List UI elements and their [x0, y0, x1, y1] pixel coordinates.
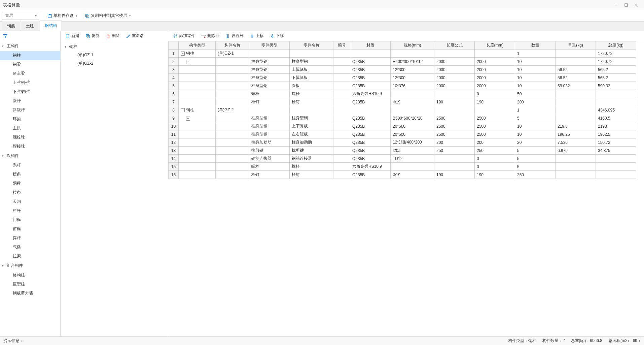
- cell[interactable]: 2500: [434, 130, 475, 138]
- cell[interactable]: [216, 138, 249, 147]
- table-row[interactable]: 3柱身型钢上翼缘板Q235B12*300200020001056.52565.2: [169, 66, 636, 74]
- cell[interactable]: 2500: [475, 130, 515, 138]
- cell[interactable]: [179, 163, 216, 171]
- table-row[interactable]: 15螺栓螺栓六角高强HS10.905: [169, 163, 636, 171]
- cell[interactable]: [596, 171, 636, 179]
- cell[interactable]: 20*500: [391, 130, 434, 138]
- tab-2[interactable]: 钢结构: [40, 21, 62, 31]
- cell[interactable]: [179, 138, 216, 147]
- cell[interactable]: [596, 163, 636, 171]
- cell[interactable]: [556, 171, 596, 179]
- cell[interactable]: 200: [434, 138, 475, 147]
- filter-icon[interactable]: [3, 34, 7, 38]
- table-row[interactable]: 9−柱身型钢柱身型钢Q235BB500*600*20*2025002500541…: [169, 114, 636, 122]
- cell[interactable]: Q235B: [350, 155, 391, 163]
- cell[interactable]: Q235B: [350, 114, 391, 122]
- cell[interactable]: [350, 106, 391, 114]
- table-row[interactable]: 11柱身型钢左右腹板Q235B20*5002500250010196.25196…: [169, 130, 636, 138]
- cell[interactable]: 柱身型钢: [249, 122, 290, 130]
- cell[interactable]: [556, 50, 596, 58]
- cell[interactable]: TD12: [391, 155, 434, 163]
- cell[interactable]: [475, 50, 515, 58]
- cell[interactable]: 2500: [475, 122, 515, 130]
- sidebar-item[interactable]: 上弦/外弦: [0, 78, 60, 87]
- set-columns-button[interactable]: 设置列: [223, 32, 246, 40]
- cell[interactable]: [333, 66, 350, 74]
- col-header[interactable]: 编号: [333, 41, 350, 50]
- cell[interactable]: [333, 82, 350, 90]
- cell[interactable]: [290, 106, 333, 114]
- minimize-button[interactable]: [611, 2, 621, 8]
- tree-child[interactable]: (单)GZ-1: [61, 51, 168, 59]
- cell[interactable]: [179, 147, 216, 155]
- cell[interactable]: [333, 147, 350, 155]
- cell[interactable]: 2000: [475, 82, 515, 90]
- close-button[interactable]: [631, 2, 641, 8]
- cell[interactable]: −: [179, 58, 216, 66]
- maximize-button[interactable]: [621, 2, 631, 8]
- col-header[interactable]: 零件类型: [249, 41, 290, 50]
- cell[interactable]: [290, 50, 333, 58]
- delete-row-button[interactable]: 删除行: [199, 32, 222, 40]
- cell[interactable]: 56.52: [556, 66, 596, 74]
- cell[interactable]: H400*300*10*12: [391, 58, 434, 66]
- sidebar-item[interactable]: 钢梁: [0, 60, 60, 69]
- cell[interactable]: 上下翼板: [290, 122, 333, 130]
- cell[interactable]: 219.8: [556, 122, 596, 130]
- table-row[interactable]: 5柱身型钢腹板Q235B10*376200020001059.032590.32: [169, 82, 636, 90]
- sidebar-item[interactable]: 门框: [0, 215, 60, 224]
- add-part-button[interactable]: 添加零件: [170, 32, 198, 40]
- cell[interactable]: 200: [475, 138, 515, 147]
- cell[interactable]: 2198: [596, 122, 636, 130]
- cell[interactable]: 10: [515, 58, 556, 66]
- sidebar-item[interactable]: 檩条: [0, 170, 60, 179]
- cell[interactable]: [333, 122, 350, 130]
- cell[interactable]: 5: [515, 114, 556, 122]
- cell[interactable]: [333, 74, 350, 82]
- col-header[interactable]: 构件名称: [216, 41, 249, 50]
- table-row[interactable]: 16栓钉栓钉Q235BΦ19190190250: [169, 171, 636, 179]
- cell[interactable]: [556, 163, 596, 171]
- sidebar-item[interactable]: 隅撑: [0, 179, 60, 188]
- cell[interactable]: [556, 155, 596, 163]
- cell[interactable]: 5: [515, 155, 556, 163]
- move-up-button[interactable]: 上移: [247, 32, 266, 40]
- cell[interactable]: [596, 98, 636, 106]
- cell[interactable]: 10: [515, 130, 556, 138]
- table-row[interactable]: 13抗剪键抗剪键Q235BI20a25025056.97534.875: [169, 147, 636, 155]
- cell[interactable]: 10: [515, 122, 556, 130]
- cell[interactable]: [179, 66, 216, 74]
- cell[interactable]: 565.2: [596, 66, 636, 74]
- cell[interactable]: 抗剪键: [290, 147, 333, 155]
- cell[interactable]: 钢筋连接器: [249, 155, 290, 163]
- cell[interactable]: 2000: [434, 74, 475, 82]
- table-row[interactable]: 7栓钉栓钉Q235BΦ19190190200: [169, 98, 636, 106]
- cell[interactable]: [333, 114, 350, 122]
- cell[interactable]: [333, 90, 350, 98]
- cell[interactable]: 抗剪键: [249, 147, 290, 155]
- cell[interactable]: [249, 50, 290, 58]
- cell[interactable]: [556, 98, 596, 106]
- cell[interactable]: 螺栓: [249, 163, 290, 171]
- table-row[interactable]: 2−柱身型钢柱身型钢Q235BH400*300*10*1220002000101…: [169, 58, 636, 66]
- cell[interactable]: 590.32: [596, 82, 636, 90]
- cell[interactable]: [333, 155, 350, 163]
- cell[interactable]: 12*300: [391, 74, 434, 82]
- sidebar-item[interactable]: 螺栓球: [0, 133, 60, 142]
- cell[interactable]: [216, 163, 249, 171]
- cell[interactable]: 1: [515, 106, 556, 114]
- cell[interactable]: [596, 155, 636, 163]
- cell[interactable]: [350, 50, 391, 58]
- cell[interactable]: I20a: [391, 147, 434, 155]
- sidebar-item[interactable]: 钢板剪力墙: [0, 289, 60, 298]
- cell[interactable]: Q235B: [350, 122, 391, 130]
- cell[interactable]: [556, 106, 596, 114]
- cell[interactable]: 六角高强HS10.9: [350, 90, 391, 98]
- cell[interactable]: [216, 155, 249, 163]
- cell[interactable]: Q235B: [350, 58, 391, 66]
- cell[interactable]: 20: [515, 138, 556, 147]
- expander-icon[interactable]: −: [181, 108, 185, 112]
- cell[interactable]: 栓钉: [249, 171, 290, 179]
- cell[interactable]: 柱身加劲肋: [290, 138, 333, 147]
- cell[interactable]: [179, 122, 216, 130]
